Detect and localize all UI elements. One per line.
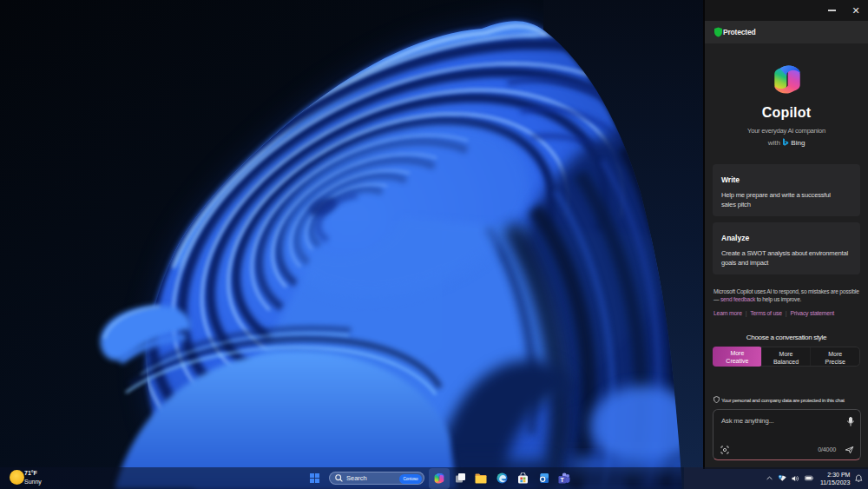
svg-text:T: T [561,477,565,483]
